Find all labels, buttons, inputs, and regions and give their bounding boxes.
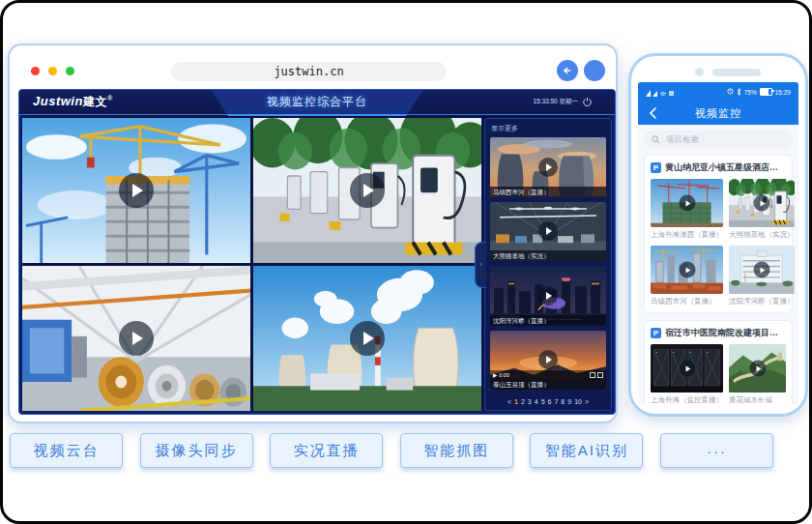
play-icon[interactable] — [679, 361, 695, 377]
project-search-box[interactable] — [644, 131, 793, 148]
fullscreen-icon[interactable] — [590, 372, 595, 378]
feature-button-2[interactable]: 摄像头同步 — [140, 433, 253, 468]
battery-percent: 75% — [744, 89, 757, 96]
battery-icon — [760, 88, 772, 96]
phone-video-item[interactable]: 黄花城水长城 — [729, 344, 786, 405]
window-controls — [31, 67, 74, 75]
phone-video-item[interactable]: 上海外滩浦西（直播） — [651, 179, 723, 240]
pagination-next[interactable]: > — [585, 398, 589, 405]
feature-button-bar: 视频云台摄像头同步实况直播智能抓图智能AI识别··· — [10, 433, 773, 468]
feature-button-3[interactable]: 实况直播 — [270, 433, 383, 468]
pagination: <12345678910> — [490, 394, 606, 408]
play-icon[interactable] — [679, 195, 695, 212]
play-icon[interactable] — [350, 173, 385, 208]
main-video-cooling-towers[interactable] — [253, 266, 481, 411]
sidebar-video-item[interactable]: 沈阳浑河桥（直播） — [490, 266, 606, 326]
playback-time: 0:00 — [499, 372, 509, 378]
main-video-ev-charging-station[interactable] — [253, 118, 481, 263]
video-caption: 大熊猫基地（实况） — [729, 230, 795, 240]
play-icon[interactable] — [119, 321, 154, 356]
play-icon[interactable] — [753, 195, 769, 212]
video-sidebar: › 显示更多 乌镇西市河（直播）大熊猫基地（实况）沈阳浑河桥（直播）▶0:00泰… — [484, 118, 612, 411]
video-caption: 黄花城水长城 — [729, 395, 786, 405]
address-bar[interactable]: justwin.cn — [171, 62, 447, 81]
platform-clock-area: 15:33:50 星期一 — [533, 90, 592, 114]
platform-header: Justwin建文® 视频监控综合平台 15:33:50 星期一 — [19, 90, 615, 115]
chevron-right-icon: › — [479, 261, 481, 268]
play-icon[interactable] — [538, 158, 558, 177]
sidebar-collapse-handle[interactable]: › — [475, 242, 486, 288]
pagination-page-3[interactable]: 3 — [528, 398, 532, 405]
mini-play-icon[interactable]: ▶ — [493, 372, 497, 378]
phone-video-item[interactable]: 沈阳浑河桥（直播） — [729, 246, 795, 306]
url-text: justwin.cn — [274, 65, 343, 78]
pagination-page-10[interactable]: 10 — [574, 398, 582, 405]
phone-page-title: 视频监控 — [695, 106, 741, 121]
video-caption: 上海外滩（监控直播） — [651, 395, 723, 405]
video-caption: 乌镇西市河（直播） — [490, 187, 606, 197]
play-icon[interactable] — [679, 262, 695, 278]
back-button[interactable] — [646, 106, 659, 120]
browser-window: justwin.cn Justwin建文® 视频监控综合平台 15:33:50 … — [8, 44, 618, 423]
sidebar-video-item[interactable]: 大熊猫基地（实况） — [490, 202, 606, 262]
play-icon[interactable] — [350, 321, 385, 356]
play-icon[interactable] — [753, 262, 769, 278]
play-icon[interactable] — [538, 286, 558, 306]
pagination-page-8[interactable]: 8 — [561, 398, 565, 405]
phone-video-item[interactable]: 大熊猫基地（实况） — [729, 179, 795, 240]
sidebar-thumb-list: 乌镇西市河（直播）大熊猫基地（实况）沈阳浑河桥（直播）▶0:00泰山玉皇顶（直播… — [490, 137, 606, 394]
phone-speaker — [712, 69, 761, 76]
feature-button-4[interactable]: 智能抓图 — [400, 433, 513, 468]
minimize-window-button[interactable] — [48, 67, 57, 75]
phone-mockup: 75% 15:29 视频监控 P黄山纳尼亚小镇五星级酒店消防工程上海外滩浦西（直… — [628, 53, 808, 417]
main-video-factory-interior[interactable] — [22, 266, 250, 411]
phone-video-item[interactable]: 上海外滩（监控直播） — [651, 344, 723, 405]
show-more-label[interactable]: 显示更多 — [491, 124, 606, 133]
platform-title-panel: 视频监控综合平台 — [211, 90, 423, 116]
main-video-grid — [22, 118, 481, 411]
play-icon[interactable] — [119, 173, 154, 208]
search-input[interactable] — [664, 133, 785, 145]
status-time: 15:29 — [775, 89, 791, 96]
video-caption: 乌镇西市河（直播） — [651, 297, 723, 306]
power-icon[interactable] — [583, 98, 592, 106]
play-icon[interactable] — [749, 361, 766, 377]
pagination-page-1[interactable]: 1 — [514, 398, 518, 405]
more-features-button[interactable]: ··· — [660, 433, 773, 468]
video-platform: Justwin建文® 视频监控综合平台 15:33:50 星期一 › 显示更多 … — [18, 89, 616, 415]
justwin-logo: Justwin建文® — [33, 94, 113, 110]
pagination-page-5[interactable]: 5 — [541, 398, 545, 405]
arrow-left-icon — [562, 65, 573, 76]
feature-button-5[interactable]: 智能AI识别 — [530, 433, 643, 468]
video-caption: 沈阳浑河桥（直播） — [490, 315, 606, 326]
search-icon — [652, 131, 660, 148]
project-title: 黄山纳尼亚小镇五星级酒店消防工程 — [665, 161, 786, 174]
phone-content: P黄山纳尼亚小镇五星级酒店消防工程上海外滩浦西（直播）大熊猫基地（实况）乌镇西市… — [638, 125, 798, 405]
feature-button-1[interactable]: 视频云台 — [10, 433, 123, 468]
close-window-button[interactable] — [31, 67, 40, 75]
video-caption: 上海外滩浦西（直播） — [651, 230, 723, 240]
project-badge: P — [651, 162, 661, 173]
browser-back-button[interactable] — [557, 60, 578, 81]
video-caption: 大熊猫基地（实况） — [490, 250, 606, 261]
pagination-page-4[interactable]: 4 — [535, 398, 538, 405]
phone-video-item[interactable]: 乌镇西市河（直播） — [651, 246, 723, 306]
pagination-page-6[interactable]: 6 — [548, 398, 552, 405]
sidebar-video-item[interactable]: 乌镇西市河（直播） — [490, 137, 606, 197]
bluetooth-icon — [737, 88, 741, 97]
phone-screen: 75% 15:29 视频监控 P黄山纳尼亚小镇五星级酒店消防工程上海外滩浦西（直… — [638, 82, 798, 405]
play-icon[interactable] — [538, 350, 558, 369]
pagination-page-7[interactable]: 7 — [554, 398, 558, 405]
pagination-page-9[interactable]: 9 — [567, 398, 571, 405]
pagination-prev[interactable]: < — [508, 398, 511, 405]
sidebar-video-item[interactable]: ▶0:00泰山玉皇顶（直播） — [490, 331, 606, 391]
platform-title: 视频监控综合平台 — [267, 94, 367, 110]
browser-menu-button[interactable] — [584, 60, 605, 81]
main-video-construction-site[interactable] — [22, 118, 250, 263]
pagination-page-2[interactable]: 2 — [521, 398, 525, 405]
play-icon[interactable] — [538, 221, 558, 241]
phone-statusbar: 75% 15:29 — [638, 82, 798, 102]
maximize-window-button[interactable] — [66, 67, 74, 75]
project-card: P宿迁市中医院南院改建项目智能化施...上海外滩（监控直播）黄花城水长城 — [644, 320, 793, 405]
settings-icon[interactable] — [597, 372, 603, 378]
